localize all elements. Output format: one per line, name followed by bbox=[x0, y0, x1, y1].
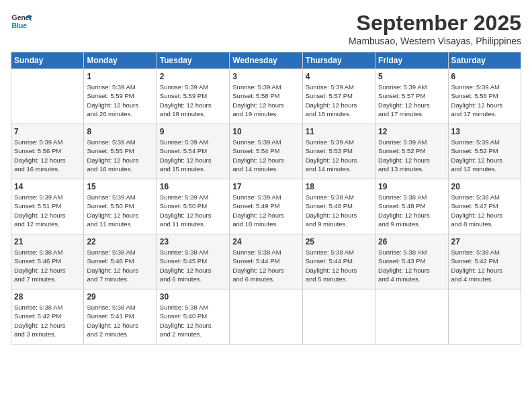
day-number: 30 bbox=[160, 292, 226, 302]
calendar-cell bbox=[375, 289, 448, 345]
location-subtitle: Mambusao, Western Visayas, Philippines bbox=[349, 36, 521, 46]
calendar-cell: 27Sunrise: 5:38 AM Sunset: 5:42 PM Dayli… bbox=[448, 234, 521, 289]
calendar-cell: 24Sunrise: 5:38 AM Sunset: 5:44 PM Dayli… bbox=[230, 234, 302, 289]
logo: General Blue bbox=[11, 11, 32, 32]
day-number: 10 bbox=[232, 127, 299, 136]
day-info: Sunrise: 5:39 AM Sunset: 5:58 PM Dayligh… bbox=[232, 83, 299, 118]
day-number: 13 bbox=[451, 127, 518, 136]
logo-icon: General Blue bbox=[11, 11, 32, 32]
calendar-cell: 13Sunrise: 5:39 AM Sunset: 5:52 PM Dayli… bbox=[448, 124, 521, 179]
day-info: Sunrise: 5:39 AM Sunset: 5:49 PM Dayligh… bbox=[232, 193, 299, 228]
day-number: 27 bbox=[451, 237, 518, 246]
calendar-cell: 29Sunrise: 5:38 AM Sunset: 5:41 PM Dayli… bbox=[84, 289, 157, 345]
day-number: 18 bbox=[306, 182, 372, 191]
calendar-cell bbox=[448, 289, 521, 345]
calendar-header-thursday: Thursday bbox=[302, 52, 375, 69]
day-info: Sunrise: 5:38 AM Sunset: 5:43 PM Dayligh… bbox=[378, 248, 445, 283]
calendar-cell: 22Sunrise: 5:38 AM Sunset: 5:46 PM Dayli… bbox=[84, 234, 157, 289]
calendar-cell: 3Sunrise: 5:39 AM Sunset: 5:58 PM Daylig… bbox=[230, 69, 302, 124]
calendar-cell: 17Sunrise: 5:39 AM Sunset: 5:49 PM Dayli… bbox=[230, 179, 302, 234]
calendar-cell: 21Sunrise: 5:38 AM Sunset: 5:46 PM Dayli… bbox=[11, 234, 84, 289]
day-info: Sunrise: 5:39 AM Sunset: 5:52 PM Dayligh… bbox=[378, 138, 445, 173]
calendar-cell: 26Sunrise: 5:38 AM Sunset: 5:43 PM Dayli… bbox=[375, 234, 448, 289]
calendar-cell: 2Sunrise: 5:39 AM Sunset: 5:59 PM Daylig… bbox=[157, 69, 229, 124]
calendar-header-wednesday: Wednesday bbox=[230, 52, 302, 69]
day-info: Sunrise: 5:39 AM Sunset: 5:50 PM Dayligh… bbox=[87, 193, 153, 228]
day-info: Sunrise: 5:39 AM Sunset: 5:57 PM Dayligh… bbox=[378, 83, 445, 118]
day-info: Sunrise: 5:38 AM Sunset: 5:46 PM Dayligh… bbox=[87, 248, 153, 283]
calendar-cell: 15Sunrise: 5:39 AM Sunset: 5:50 PM Dayli… bbox=[84, 179, 157, 234]
calendar-cell: 18Sunrise: 5:38 AM Sunset: 5:48 PM Dayli… bbox=[302, 179, 375, 234]
calendar-week-row: 14Sunrise: 5:39 AM Sunset: 5:51 PM Dayli… bbox=[11, 179, 521, 234]
day-info: Sunrise: 5:38 AM Sunset: 5:44 PM Dayligh… bbox=[306, 248, 372, 283]
calendar-week-row: 21Sunrise: 5:38 AM Sunset: 5:46 PM Dayli… bbox=[11, 234, 521, 289]
day-info: Sunrise: 5:39 AM Sunset: 5:52 PM Dayligh… bbox=[451, 138, 518, 173]
day-info: Sunrise: 5:38 AM Sunset: 5:47 PM Dayligh… bbox=[451, 193, 518, 228]
day-number: 2 bbox=[160, 72, 226, 81]
day-info: Sunrise: 5:39 AM Sunset: 5:50 PM Dayligh… bbox=[160, 193, 226, 228]
day-info: Sunrise: 5:38 AM Sunset: 5:41 PM Dayligh… bbox=[87, 303, 153, 338]
calendar-table: SundayMondayTuesdayWednesdayThursdayFrid… bbox=[11, 52, 521, 345]
day-number: 7 bbox=[14, 127, 81, 136]
calendar-cell: 28Sunrise: 5:38 AM Sunset: 5:42 PM Dayli… bbox=[11, 289, 84, 345]
calendar-cell: 20Sunrise: 5:38 AM Sunset: 5:47 PM Dayli… bbox=[448, 179, 521, 234]
calendar-header-saturday: Saturday bbox=[448, 52, 521, 69]
calendar-cell: 19Sunrise: 5:38 AM Sunset: 5:48 PM Dayli… bbox=[375, 179, 448, 234]
day-number: 15 bbox=[87, 182, 153, 191]
day-number: 25 bbox=[306, 237, 372, 246]
calendar-cell bbox=[11, 69, 84, 124]
calendar-header-sunday: Sunday bbox=[11, 52, 84, 69]
day-info: Sunrise: 5:38 AM Sunset: 5:48 PM Dayligh… bbox=[306, 193, 372, 228]
day-number: 9 bbox=[160, 127, 226, 136]
day-number: 29 bbox=[87, 292, 153, 302]
calendar-cell: 23Sunrise: 5:38 AM Sunset: 5:45 PM Dayli… bbox=[157, 234, 229, 289]
day-number: 11 bbox=[306, 127, 372, 136]
calendar-cell: 5Sunrise: 5:39 AM Sunset: 5:57 PM Daylig… bbox=[375, 69, 448, 124]
calendar-week-row: 7Sunrise: 5:39 AM Sunset: 5:56 PM Daylig… bbox=[11, 124, 521, 179]
day-number: 5 bbox=[378, 72, 445, 81]
day-info: Sunrise: 5:38 AM Sunset: 5:44 PM Dayligh… bbox=[232, 248, 299, 283]
calendar-cell: 4Sunrise: 5:39 AM Sunset: 5:57 PM Daylig… bbox=[302, 69, 375, 124]
day-number: 1 bbox=[87, 72, 153, 81]
day-number: 3 bbox=[232, 72, 299, 81]
calendar-body: 1Sunrise: 5:39 AM Sunset: 5:59 PM Daylig… bbox=[11, 69, 521, 345]
day-info: Sunrise: 5:39 AM Sunset: 5:57 PM Dayligh… bbox=[306, 83, 372, 118]
calendar-cell: 25Sunrise: 5:38 AM Sunset: 5:44 PM Dayli… bbox=[302, 234, 375, 289]
calendar-cell: 7Sunrise: 5:39 AM Sunset: 5:56 PM Daylig… bbox=[11, 124, 84, 179]
svg-text:Blue: Blue bbox=[12, 22, 28, 30]
day-number: 6 bbox=[451, 72, 518, 81]
calendar-cell: 30Sunrise: 5:38 AM Sunset: 5:40 PM Dayli… bbox=[157, 289, 229, 345]
calendar-cell: 10Sunrise: 5:39 AM Sunset: 5:54 PM Dayli… bbox=[230, 124, 302, 179]
day-info: Sunrise: 5:39 AM Sunset: 5:56 PM Dayligh… bbox=[451, 83, 518, 118]
calendar-cell bbox=[230, 289, 302, 345]
day-info: Sunrise: 5:38 AM Sunset: 5:48 PM Dayligh… bbox=[378, 193, 445, 228]
calendar-cell: 6Sunrise: 5:39 AM Sunset: 5:56 PM Daylig… bbox=[448, 69, 521, 124]
day-number: 14 bbox=[14, 182, 81, 191]
calendar-header-monday: Monday bbox=[84, 52, 157, 69]
day-info: Sunrise: 5:38 AM Sunset: 5:46 PM Dayligh… bbox=[14, 248, 81, 283]
day-number: 22 bbox=[87, 237, 153, 246]
calendar-cell: 16Sunrise: 5:39 AM Sunset: 5:50 PM Dayli… bbox=[157, 179, 229, 234]
calendar-cell: 11Sunrise: 5:39 AM Sunset: 5:53 PM Dayli… bbox=[302, 124, 375, 179]
day-number: 28 bbox=[14, 292, 81, 302]
calendar-header-row: SundayMondayTuesdayWednesdayThursdayFrid… bbox=[11, 52, 521, 69]
day-number: 17 bbox=[232, 182, 299, 191]
month-title: September 2025 bbox=[349, 11, 521, 36]
day-number: 20 bbox=[451, 182, 518, 191]
day-info: Sunrise: 5:39 AM Sunset: 5:59 PM Dayligh… bbox=[87, 83, 153, 118]
day-info: Sunrise: 5:38 AM Sunset: 5:42 PM Dayligh… bbox=[451, 248, 518, 283]
day-info: Sunrise: 5:38 AM Sunset: 5:45 PM Dayligh… bbox=[160, 248, 226, 283]
day-info: Sunrise: 5:39 AM Sunset: 5:51 PM Dayligh… bbox=[14, 193, 81, 228]
day-number: 23 bbox=[160, 237, 226, 246]
calendar-cell bbox=[302, 289, 375, 345]
day-info: Sunrise: 5:38 AM Sunset: 5:42 PM Dayligh… bbox=[14, 303, 81, 338]
day-info: Sunrise: 5:39 AM Sunset: 5:54 PM Dayligh… bbox=[232, 138, 299, 173]
calendar-cell: 9Sunrise: 5:39 AM Sunset: 5:54 PM Daylig… bbox=[157, 124, 229, 179]
calendar-week-row: 1Sunrise: 5:39 AM Sunset: 5:59 PM Daylig… bbox=[11, 69, 521, 124]
calendar-header-tuesday: Tuesday bbox=[157, 52, 229, 69]
calendar-header-friday: Friday bbox=[375, 52, 448, 69]
day-info: Sunrise: 5:39 AM Sunset: 5:53 PM Dayligh… bbox=[306, 138, 372, 173]
header: General Blue September 2025 Mambusao, We… bbox=[11, 11, 521, 46]
calendar-cell: 12Sunrise: 5:39 AM Sunset: 5:52 PM Dayli… bbox=[375, 124, 448, 179]
day-number: 19 bbox=[378, 182, 445, 191]
